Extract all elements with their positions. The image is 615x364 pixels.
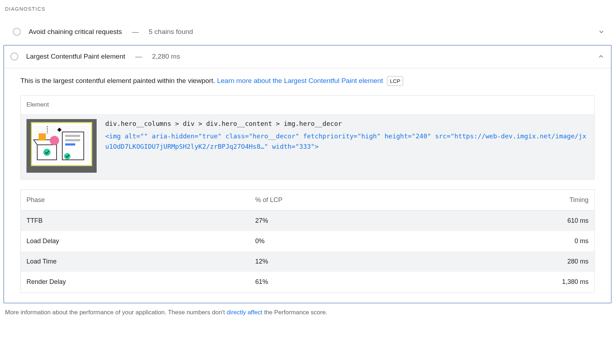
footer-note: More information about the performance o… (4, 303, 611, 317)
lcp-phase-table: Phase % of LCP Timing TTFB 27% 610 ms Lo… (20, 190, 595, 293)
audit-status-icon (10, 53, 18, 60)
svg-point-14 (64, 153, 71, 159)
table-row: Load Delay 0% 0 ms (21, 231, 594, 251)
col-header-pct: % of LCP (250, 190, 423, 211)
element-card: Element (20, 95, 595, 179)
element-html-snippet: <img alt="" aria-hidden="true" class="he… (105, 131, 589, 152)
phase-cell: Render Delay (21, 272, 250, 292)
description-text: This is the largest contentful element p… (20, 77, 217, 84)
audit-row-lcp[interactable]: Largest Contentful Paint element — 2,280… (4, 45, 611, 68)
element-dom-path: div.hero__columns > div > div.hero__cont… (105, 119, 589, 128)
pct-cell: 0% (250, 231, 423, 251)
pct-cell: 12% (250, 251, 423, 272)
svg-rect-11 (65, 135, 80, 137)
audit-description: This is the largest contentful element p… (20, 76, 595, 86)
svg-rect-12 (65, 139, 80, 141)
table-row: TTFB 27% 610 ms (21, 211, 594, 231)
timing-cell: 610 ms (423, 211, 594, 231)
footer-suffix: the Performance score. (264, 309, 328, 316)
col-header-timing: Timing (423, 190, 594, 211)
audit-meta: 5 chains found (149, 27, 193, 37)
audit-status-icon (13, 28, 21, 36)
audit-row-chaining[interactable]: Avoid chaining critical requests — 5 cha… (4, 21, 611, 43)
dash: — (130, 27, 141, 37)
audit-expanded-lcp: Largest Contentful Paint element — 2,280… (4, 45, 611, 303)
svg-rect-6 (39, 133, 46, 141)
timing-cell: 0 ms (423, 231, 594, 251)
learn-more-link[interactable]: Learn more about the Largest Contentful … (217, 77, 383, 84)
lcp-badge: LCP (387, 76, 403, 86)
footer-link[interactable]: directly affect (227, 309, 262, 316)
element-card-header: Element (21, 95, 594, 114)
col-header-phase: Phase (21, 190, 250, 211)
audit-title: Largest Contentful Paint element (26, 52, 125, 62)
chevron-down-icon (598, 28, 605, 35)
chevron-up-icon (597, 53, 605, 60)
audit-title: Avoid chaining critical requests (29, 27, 122, 37)
pct-cell: 27% (250, 211, 423, 231)
section-title: DIAGNOSTICS (4, 4, 611, 21)
svg-text:Building a better web: Building a better web (48, 167, 75, 171)
pct-cell: 61% (250, 272, 423, 292)
timing-cell: 280 ms (423, 251, 594, 272)
table-row: Render Delay 61% 1,380 ms (21, 272, 594, 292)
phase-cell: Load Delay (21, 231, 250, 251)
svg-point-5 (43, 149, 50, 156)
element-thumbnail: Building a better web (26, 119, 97, 173)
phase-cell: TTFB (21, 211, 250, 231)
phase-cell: Load Time (21, 251, 250, 272)
svg-rect-13 (65, 143, 75, 146)
svg-point-7 (50, 136, 59, 145)
timing-cell: 1,380 ms (423, 272, 594, 292)
table-row: Load Time 12% 280 ms (21, 251, 594, 272)
audit-meta: 2,280 ms (152, 52, 180, 62)
footer-prefix: More information about the performance o… (5, 309, 227, 316)
dash: — (133, 52, 144, 62)
